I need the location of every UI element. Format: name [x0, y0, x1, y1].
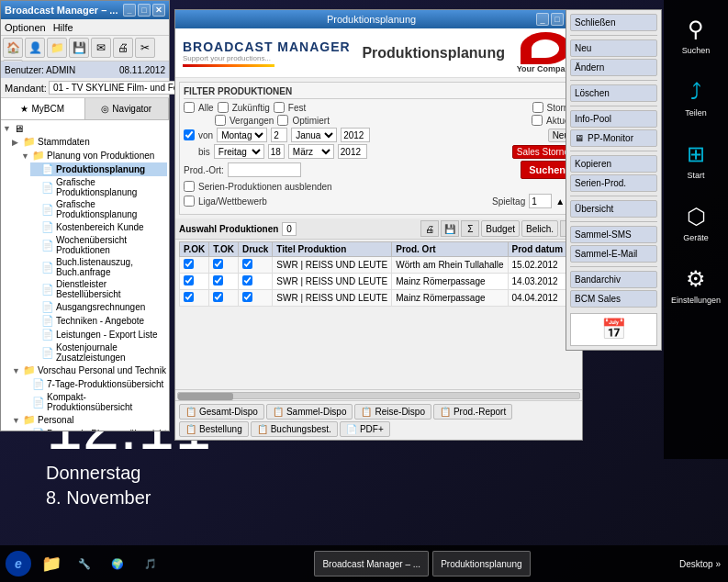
- toolbar-icon-2[interactable]: 👤: [25, 38, 45, 58]
- tree-item-personal[interactable]: ▼ 📁 Personal: [12, 413, 167, 427]
- btn-reise-dispo[interactable]: 📋 Reise-Dispo: [354, 404, 431, 420]
- to-day-select[interactable]: Freitag: [214, 144, 264, 159]
- taskbar-ie-icon[interactable]: e: [4, 549, 33, 578]
- btn-info-pool[interactable]: Info-Pool: [570, 110, 657, 128]
- cb-storno[interactable]: [532, 102, 543, 113]
- toolbar-icon-1[interactable]: 🏠: [3, 38, 23, 58]
- tree-item-7tage[interactable]: 📄 7-Tage-Produktionsübersicht: [21, 377, 167, 391]
- cb-tok-1[interactable]: [213, 275, 223, 285]
- tree-item-dienstleister[interactable]: 📄 Dienstleister Bestellübersicht: [30, 278, 167, 300]
- tree-item-personal-planung[interactable]: 📄 Personal - Planungsübersicht: [21, 427, 167, 431]
- from-year-input[interactable]: [341, 128, 370, 142]
- tab-navigator[interactable]: ◎ Navigator: [85, 98, 170, 119]
- h-scrollbar-thumb[interactable]: [178, 393, 233, 400]
- tree-item-leistungen[interactable]: 📄 Leistungen - Export Liste: [30, 328, 167, 341]
- taskbar-app-bm[interactable]: Broadcast Manager – ...: [314, 551, 429, 576]
- taskbar-folder-icon[interactable]: 📁: [37, 549, 66, 578]
- toolbar-icon-7[interactable]: ✂: [135, 38, 155, 58]
- cb-fest[interactable]: [274, 102, 285, 113]
- taskbar-icon-3[interactable]: 🔧: [70, 549, 99, 578]
- bm-close-button[interactable]: ✕: [152, 4, 165, 17]
- tree-item-kostenjournale[interactable]: 📄 Kostenjournale Zusatzleistungen: [30, 341, 167, 364]
- cb-vergangen[interactable]: [215, 115, 226, 126]
- toolbar-icon-5[interactable]: ✉: [91, 38, 111, 58]
- bm-menu-hilfe[interactable]: Hilfe: [53, 22, 73, 33]
- btn-andern[interactable]: Ändern: [570, 59, 657, 76]
- charm-settings[interactable]: ⚙ Einstellungen: [668, 259, 723, 312]
- table-row[interactable]: SWR | REISS UND LEUTE Wörth am Rhein Tul…: [180, 257, 579, 274]
- cb-serien[interactable]: [184, 181, 195, 192]
- charm-search[interactable]: ⚲ Suchen: [668, 9, 723, 62]
- charm-devices[interactable]: ⬡ Geräte: [668, 196, 723, 250]
- tree-item-vorschau[interactable]: ▼ 📁 Vorschau Personal und Technik: [12, 364, 167, 377]
- cb-pok-2[interactable]: [184, 292, 194, 302]
- btn-pdf[interactable]: 📄 PDF+: [340, 421, 390, 437]
- btn-bestellung[interactable]: 📋 Bestellung: [179, 421, 249, 437]
- btn-sammel-sms[interactable]: Sammel-SMS: [570, 226, 657, 243]
- cb-optimiert[interactable]: [277, 115, 288, 126]
- tree-item-kostenbereich[interactable]: 📄 Kostenbereich Kunde: [30, 220, 167, 234]
- cb-tok-2[interactable]: [213, 292, 223, 302]
- btn-prod-report[interactable]: 📋 Prod.-Report: [433, 404, 512, 420]
- cb-liga[interactable]: [184, 196, 195, 207]
- spieltag-input[interactable]: [529, 194, 552, 208]
- btn-serien-prod[interactable]: Serien-Prod.: [570, 174, 657, 192]
- btn-bcm-sales[interactable]: BCM Sales: [570, 290, 657, 308]
- from-day-select[interactable]: Montag: [217, 128, 267, 142]
- cb-zukunftig[interactable]: [218, 102, 229, 113]
- tree-item-wochenuber[interactable]: 📄 Wochenübersicht Produktionen: [30, 234, 167, 256]
- tree-item-grafische1[interactable]: 📄 Grafische Produktionsplanung: [30, 176, 167, 198]
- bm-minimize-button[interactable]: _: [123, 4, 136, 17]
- tree-item-kompakt[interactable]: 📄 Kompakt-Produktionsübersicht: [21, 391, 167, 413]
- charm-start[interactable]: ⊞ Start: [668, 134, 723, 187]
- tree-item-buchliste[interactable]: 📄 Buch.listenauszug, Buch.anfrage: [30, 256, 167, 278]
- tree-item-ausgangsrech[interactable]: 📄 Ausgangsrechnungen: [30, 300, 167, 314]
- table-row[interactable]: SWR | REISS UND LEUTE Mainz Römerpassage…: [180, 290, 579, 307]
- cb-aktuell[interactable]: [532, 115, 543, 126]
- btn-sales-storno[interactable]: Sales Storno: [512, 145, 574, 159]
- cb-tok-0[interactable]: [213, 259, 223, 269]
- tree-item-planung[interactable]: ▼ 📁 Planung von Produktionen: [21, 149, 167, 162]
- btn-sammel-email[interactable]: Sammel-E-Mail: [570, 245, 657, 263]
- tree-item-produktionsplanung[interactable]: 📄 Produktionsplanung: [30, 162, 167, 176]
- cb-pok-1[interactable]: [184, 275, 194, 285]
- table-row[interactable]: SWR | REISS UND LEUTE Mainz Römerpassage…: [180, 274, 579, 290]
- toolbar-icon-4[interactable]: 💾: [69, 38, 89, 58]
- charm-share[interactable]: ⤴ Teilen: [668, 72, 723, 125]
- auswahl-icon-sigma[interactable]: Σ: [461, 220, 479, 237]
- auswahl-icon-print[interactable]: 🖨: [420, 220, 439, 237]
- cb-pok-0[interactable]: [184, 259, 194, 269]
- cb-from-enabled[interactable]: [184, 129, 195, 140]
- cb-druck-0[interactable]: [242, 259, 252, 269]
- btn-neu[interactable]: Neu: [570, 39, 657, 57]
- h-scrollbar[interactable]: [175, 389, 582, 400]
- tree-item-grafische2[interactable]: 📄 Grafische Produktionsplanung: [30, 198, 167, 220]
- to-month-select[interactable]: März: [288, 144, 334, 159]
- prod-ort-input[interactable]: [228, 162, 301, 177]
- tab-mybcm[interactable]: ★ MyBCM: [1, 98, 85, 119]
- pp-maximize-button[interactable]: □: [551, 13, 564, 26]
- btn-bandarchiv[interactable]: Bandarchiv: [570, 271, 657, 288]
- taskbar-icon-4[interactable]: 🌍: [103, 549, 132, 578]
- bm-menu-optionen[interactable]: Optionen: [5, 22, 46, 33]
- from-date-input[interactable]: [271, 128, 287, 142]
- btn-pp-monitor[interactable]: 🖥 PP-Monitor: [570, 129, 657, 147]
- cb-druck-1[interactable]: [242, 275, 252, 285]
- btn-budget[interactable]: Budget: [481, 220, 520, 237]
- btn-loschen[interactable]: Löschen: [570, 84, 657, 102]
- tree-item-stammdaten[interactable]: ▶ 📁 Stammdaten: [12, 135, 167, 149]
- btn-ubersicht[interactable]: Übersicht: [570, 200, 657, 218]
- tree-item-techniken[interactable]: 📄 Techniken - Angebote: [30, 314, 167, 328]
- btn-kopieren[interactable]: Kopieren: [570, 155, 657, 173]
- toolbar-icon-3[interactable]: 📁: [47, 38, 67, 58]
- btn-belich[interactable]: Belich.: [521, 220, 558, 237]
- cb-alle[interactable]: [184, 102, 195, 113]
- taskbar-app-pp[interactable]: Produktionsplanung: [432, 551, 530, 576]
- from-month-select[interactable]: Januar: [291, 128, 337, 142]
- toolbar-icon-6[interactable]: 🖨: [113, 38, 133, 58]
- to-year-input[interactable]: [338, 144, 367, 159]
- btn-sammel-dispo[interactable]: 📋 Sammel-Dispo: [266, 404, 353, 420]
- bm-maximize-button[interactable]: □: [138, 4, 151, 17]
- btn-gesamt-dispo[interactable]: 📋 Gesamt-Dispo: [179, 404, 264, 420]
- taskbar-icon-5[interactable]: 🎵: [136, 549, 165, 578]
